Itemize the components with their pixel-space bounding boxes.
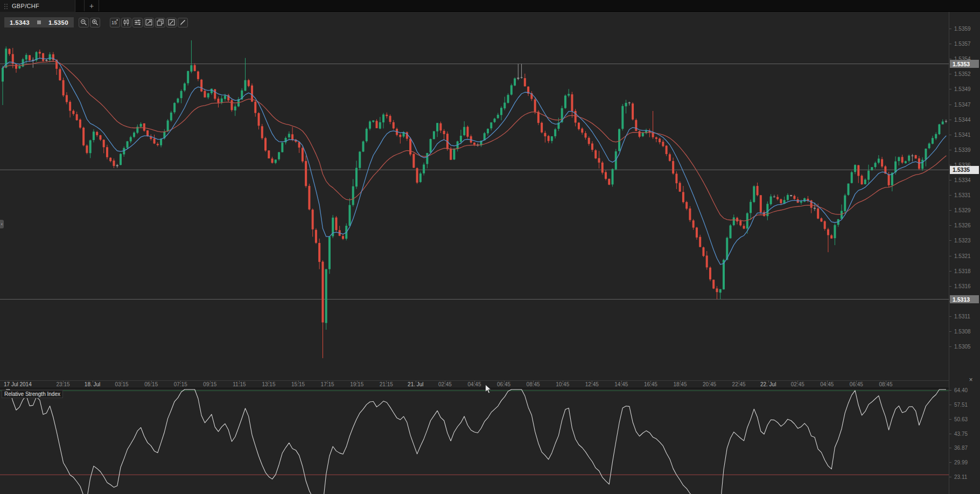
price-chart-panel: 1.5343 1.5350	[0, 12, 949, 494]
copy-layers-icon	[157, 19, 164, 26]
zoom-out-button[interactable]	[79, 18, 89, 27]
duplicate-chart-button[interactable]	[155, 18, 165, 27]
rsi-tick-label: 57.51	[954, 402, 968, 408]
rsi-tick-label: 43.75	[954, 431, 968, 437]
price-tick-label: 1.5352	[954, 71, 971, 77]
rsi-tick-label: 64.40	[954, 387, 968, 393]
price-tick-label: 1.5316	[954, 283, 971, 289]
time-axis[interactable]: 17 Jul 201423:1518. Jul03:1505:1507:1509…	[0, 380, 949, 387]
price-chart-canvas[interactable]	[0, 12, 949, 369]
sliders-icon	[134, 19, 141, 26]
tab-gbpchf[interactable]: GBP/CHF	[0, 0, 75, 12]
quote-box[interactable]: 1.5343 1.5350	[4, 17, 74, 27]
rsi-tick-label: 23.11	[954, 474, 967, 480]
price-tick-label: 1.5318	[954, 268, 971, 274]
time-axis-label: 17 Jul 2014	[4, 381, 32, 387]
tab-drag-grip-icon	[3, 3, 8, 10]
spread-square-icon	[37, 20, 41, 24]
price-tick-label: 1.5305	[954, 344, 971, 350]
tab-bar: GBP/CHF +	[0, 0, 980, 12]
scroll-left-handle[interactable]: ‹	[0, 220, 4, 228]
rsi-title: Relative Strength Index	[2, 390, 63, 398]
price-tick-label: 1.5347	[954, 102, 971, 108]
price-tick-label: 1.5329	[954, 207, 971, 213]
candlestick-icon	[123, 19, 130, 26]
price-tick-label: 1.5349	[954, 86, 971, 92]
svg-text:15: 15	[111, 20, 117, 25]
candle-style-button[interactable]	[121, 18, 131, 27]
rsi-close-button[interactable]: ×	[967, 376, 975, 384]
tab-label: GBP/CHF	[12, 3, 39, 9]
zoom-out-icon	[80, 19, 87, 26]
price-tick-label: 1.5341	[954, 132, 971, 138]
price-tick-label: 1.5326	[954, 222, 971, 228]
rsi-panel[interactable]: Relative Strength Index	[0, 388, 949, 494]
price-tick-label: 1.5308	[954, 329, 971, 335]
bid-price: 1.5343	[10, 19, 30, 26]
price-level-label: 1.5335	[950, 166, 979, 174]
price-tick-label: 1.5339	[954, 147, 971, 153]
edit-annotations-button[interactable]	[166, 18, 177, 27]
price-level-label: 1.5353	[950, 60, 979, 68]
price-tick-label: 1.5359	[954, 26, 971, 32]
ask-price: 1.5350	[48, 19, 68, 26]
new-tab-button[interactable]: +	[84, 0, 99, 11]
price-tick-label: 1.5311	[954, 314, 970, 319]
price-tick-label: 1.5344	[954, 117, 971, 123]
price-tick-label: 1.5357	[954, 41, 971, 47]
pen-icon	[179, 19, 186, 26]
price-level-label: 1.5313	[950, 295, 979, 303]
price-axis[interactable]: × 1.53591.53571.53541.53521.53491.53471.…	[949, 12, 980, 494]
timeframe-button[interactable]: 15	[110, 18, 120, 27]
zoom-in-button[interactable]	[90, 18, 100, 27]
chart-snapshot-button[interactable]	[144, 18, 154, 27]
timeframe-15-icon: 15	[111, 19, 118, 26]
price-tick-label: 1.5321	[954, 253, 971, 259]
price-tick-label: 1.5331	[954, 192, 971, 198]
price-tick-label: 1.5323	[954, 238, 971, 243]
price-tick-label: 1.5334	[954, 177, 971, 183]
edit-box-icon	[168, 19, 175, 26]
rsi-canvas	[0, 388, 949, 494]
indicator-settings-button[interactable]	[132, 18, 143, 27]
snapshot-arrow-icon	[145, 19, 152, 26]
draw-pen-button[interactable]	[178, 18, 188, 27]
chart-toolbar: 1.5343 1.5350	[4, 17, 188, 27]
zoom-in-icon	[92, 19, 99, 26]
rsi-tick-label: 50.63	[954, 416, 968, 422]
rsi-tick-label: 29.99	[954, 460, 968, 465]
rsi-tick-label: 36.87	[954, 445, 968, 451]
